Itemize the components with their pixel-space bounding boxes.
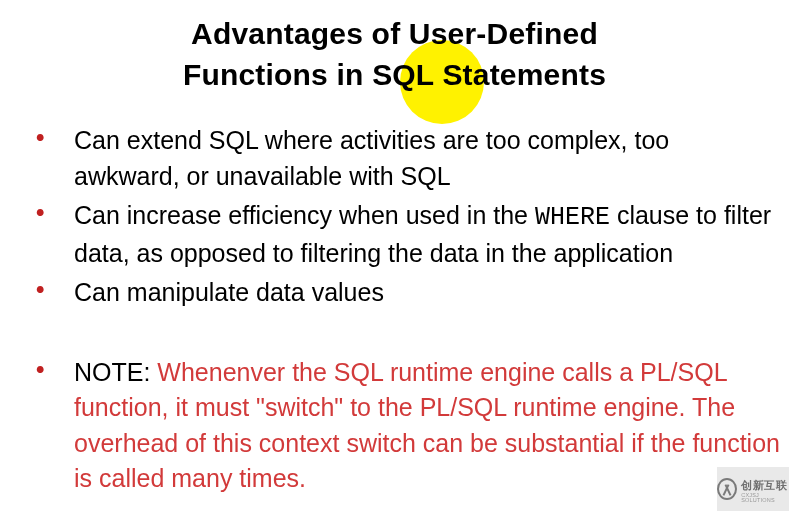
note-body: Whenenver the SQL runtime engine calls a… bbox=[74, 358, 780, 493]
title-area: Advantages of User-Defined Functions in … bbox=[8, 14, 781, 95]
bullet-item-2: Can increase efficiency when used in the… bbox=[36, 198, 781, 271]
bullet-item-1: Can extend SQL where activities are too … bbox=[36, 123, 781, 194]
bullet-list-note: NOTE: Whenenver the SQL runtime engine c… bbox=[8, 355, 781, 497]
bullet-text-pre: Can increase efficiency when used in the bbox=[74, 201, 535, 229]
code-where: WHERE bbox=[535, 203, 610, 232]
watermark: 创新互联 CXJSJ SOLUTIONS bbox=[717, 467, 789, 511]
bullet-list: Can extend SQL where activities are too … bbox=[8, 123, 781, 311]
bullet-text: Can extend SQL where activities are too … bbox=[74, 126, 669, 190]
watermark-logo-icon bbox=[717, 478, 737, 500]
bullet-item-3: Can manipulate data values bbox=[36, 275, 781, 311]
slide-title: Advantages of User-Defined Functions in … bbox=[8, 14, 781, 95]
watermark-subtext: CXJSJ SOLUTIONS bbox=[741, 493, 789, 504]
watermark-text-wrap: 创新互联 CXJSJ SOLUTIONS bbox=[741, 475, 789, 504]
note-prefix: NOTE: bbox=[74, 358, 157, 386]
spacer bbox=[8, 315, 781, 355]
bullet-text: Can manipulate data values bbox=[74, 278, 384, 306]
bullet-item-note: NOTE: Whenenver the SQL runtime engine c… bbox=[36, 355, 781, 497]
watermark-brand: 创新互联 bbox=[741, 479, 787, 491]
slide-content: Advantages of User-Defined Functions in … bbox=[0, 0, 791, 513]
title-line-1: Advantages of User-Defined bbox=[191, 17, 598, 50]
title-line-2: Functions in SQL Statements bbox=[183, 58, 606, 91]
